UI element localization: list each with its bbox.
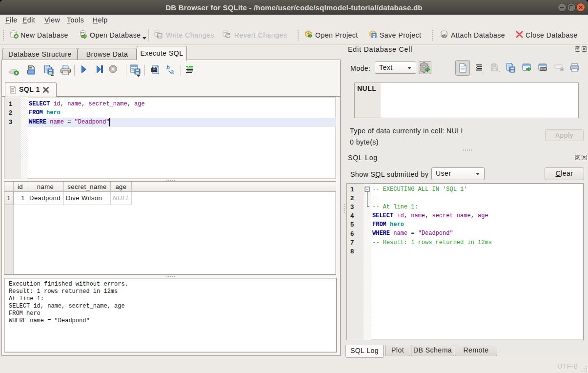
svg-text:a: a xyxy=(170,68,174,75)
svg-text:b: b xyxy=(166,65,170,70)
